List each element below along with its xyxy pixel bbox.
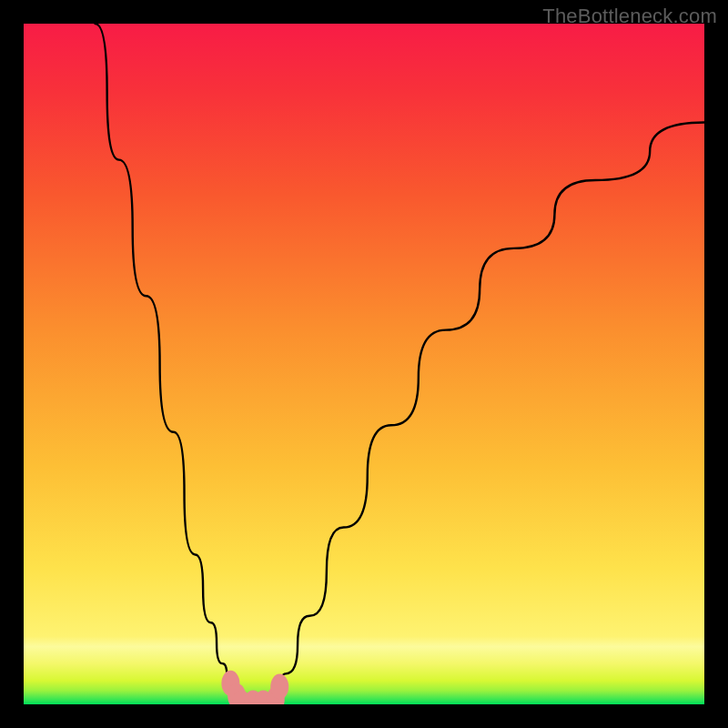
bottleneck-chart-canvas	[24, 24, 704, 704]
watermark-label: TheBottleneck.com	[542, 5, 717, 28]
outer-frame: TheBottleneck.com	[0, 0, 728, 728]
